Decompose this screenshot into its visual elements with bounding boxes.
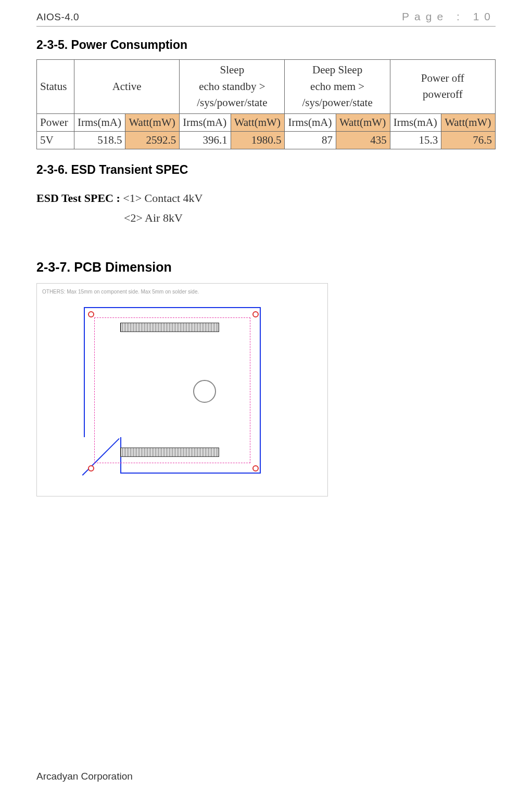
- heading-2-3-7: 2-3-7. PCB Dimension: [36, 260, 496, 275]
- off-irms: 15.3: [390, 131, 441, 149]
- pcb-drawing: [42, 297, 322, 490]
- col-deep-l2: echo mem >: [310, 80, 364, 93]
- deep-watt: 435: [336, 131, 390, 149]
- esd-item-1: <1> Contact 4kV: [123, 192, 202, 205]
- active-irms-label: Irms(mA): [74, 113, 125, 131]
- sleep-watt-label: Watt(mW): [231, 113, 285, 131]
- doc-code: AIOS-4.0: [36, 11, 79, 23]
- inner-keepout: [94, 317, 250, 463]
- col-sleep-l1: Sleep: [220, 63, 245, 76]
- active-watt: 2592.5: [125, 131, 180, 149]
- col-deep-l1: Deep Sleep: [312, 63, 362, 76]
- pcb-figure-note: OTHERS: Max 15mm on component side. Max …: [42, 289, 322, 295]
- row-5v-label: 5V: [37, 131, 74, 149]
- sleep-irms: 396.1: [180, 131, 231, 149]
- footer-company: Arcadyan Corporation: [36, 771, 133, 782]
- page-number: Page : 10: [402, 10, 496, 23]
- col-power-off: Power off poweroff: [390, 60, 495, 114]
- col-off-l1: Power off: [421, 72, 464, 84]
- col-sleep-l3: /sys/power/state: [197, 96, 267, 109]
- col-deep-l3: /sys/power/state: [302, 96, 372, 109]
- row-power-label: Power: [37, 113, 74, 131]
- col-active: Active: [74, 60, 180, 114]
- esd-item-2: <2> Air 8kV: [124, 211, 183, 224]
- mounting-hole-bl: [88, 465, 94, 471]
- mounting-hole-br: [252, 465, 259, 471]
- off-watt: 76.5: [441, 131, 496, 149]
- connector-top: [120, 323, 219, 332]
- large-hole: [193, 380, 216, 403]
- heading-2-3-6: 2-3-6. ESD Transient SPEC: [36, 163, 496, 177]
- col-deep-sleep: Deep Sleep echo mem > /sys/power/state: [285, 60, 390, 114]
- connector-bottom: [120, 448, 219, 457]
- col-sleep-l2: echo standby >: [199, 80, 265, 93]
- sleep-irms-label: Irms(mA): [180, 113, 231, 131]
- active-watt-label: Watt(mW): [125, 113, 180, 131]
- off-irms-label: Irms(mA): [390, 113, 441, 131]
- off-watt-label: Watt(mW): [441, 113, 496, 131]
- deep-watt-label: Watt(mW): [336, 113, 390, 131]
- mounting-hole-tr: [252, 311, 259, 317]
- sleep-watt: 1980.5: [231, 131, 285, 149]
- deep-irms-label: Irms(mA): [285, 113, 336, 131]
- deep-irms: 87: [285, 131, 336, 149]
- mounting-hole-tl: [88, 311, 94, 317]
- active-irms: 518.5: [74, 131, 125, 149]
- esd-label: ESD Test SPEC :: [36, 192, 120, 205]
- esd-spec-block: ESD Test SPEC : <1> Contact 4kV <2> Air …: [36, 188, 496, 228]
- col-sleep: Sleep echo standby > /sys/power/state: [180, 60, 285, 114]
- power-consumption-table: Status Active Sleep echo standby > /sys/…: [36, 59, 496, 149]
- page-header: AIOS-4.0 Page : 10: [36, 10, 496, 27]
- col-off-l2: poweroff: [423, 88, 463, 100]
- heading-2-3-5: 2-3-5. Power Consumption: [36, 38, 496, 52]
- pcb-dimension-figure: OTHERS: Max 15mm on component side. Max …: [36, 283, 328, 496]
- col-status: Status: [37, 60, 74, 114]
